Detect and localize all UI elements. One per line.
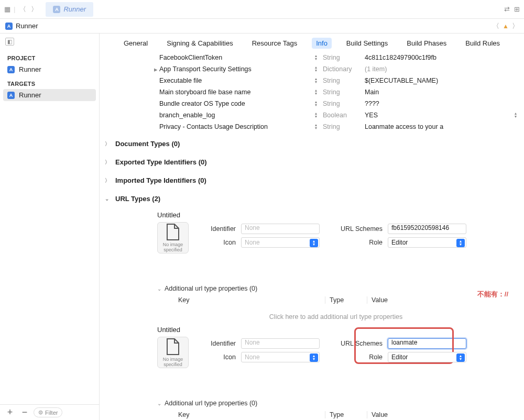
section-exported-identifiers[interactable]: 〉 Exported Type Identifiers (0) <box>100 151 524 169</box>
add-props-hint[interactable]: Click here to add additional url type pr… <box>157 313 515 320</box>
tab-build-phases[interactable]: Build Phases <box>402 38 451 49</box>
plist-row[interactable]: Main storyboard file base name▴▾StringMa… <box>152 86 520 98</box>
col-value: Value <box>367 411 515 418</box>
chevron-down-icon: ⌄ <box>157 286 161 292</box>
icon-select[interactable]: None ▴▾ <box>241 352 320 362</box>
project-item-label: Runner <box>19 65 41 73</box>
identifier-input[interactable]: None <box>241 224 320 234</box>
col-key: Key <box>178 296 325 304</box>
section-document-types[interactable]: 〉 Document Types (0) <box>100 132 524 151</box>
chevron-down-icon: ⌄ <box>105 196 111 202</box>
role-label: Role <box>335 353 383 361</box>
additional-props-toggle[interactable]: ⌄ Additional url type properties (0) <box>157 285 515 292</box>
stepper-icon[interactable]: ▴▾ <box>311 54 321 61</box>
app-icon: A <box>7 92 15 99</box>
chevron-right-icon: 〉 <box>105 140 111 148</box>
sidebar-toggle-icon[interactable]: ◧ <box>5 38 14 46</box>
value-stepper-icon[interactable]: ▴▾ <box>511 112 520 118</box>
chevron-left-icon[interactable]: 〈 <box>493 21 499 31</box>
url-type-card-0: No image specified Identifier None URL S… <box>157 222 515 320</box>
role-select[interactable]: Editor ▴▾ <box>388 237 466 248</box>
target-item-label: Runner <box>19 91 41 99</box>
filter-placeholder: Filter <box>45 410 58 416</box>
role-label: Role <box>335 239 383 246</box>
section-imported-identifiers[interactable]: 〉 Imported Type Identifiers (0) <box>100 169 524 187</box>
plist-key: App Transport Security Settings <box>159 65 311 73</box>
plist-value: 4c811c182497900c1f9fb <box>365 54 520 61</box>
warning-icon[interactable]: ▲ <box>503 23 509 30</box>
icon-label: Icon <box>199 239 236 246</box>
nav-forward-button[interactable]: 〉 <box>30 5 38 14</box>
plist-key: FacebookClientToken <box>159 54 311 61</box>
chevron-right-icon: 〉 <box>105 159 111 166</box>
top-toolbar: ▦ | 〈 〉 A Runner ⇄ ⊞ <box>0 0 524 19</box>
identifier-label: Identifier <box>199 225 236 233</box>
plist-value: (1 item) <box>365 65 520 73</box>
url-type-title: Untitled <box>157 326 515 334</box>
tab-general[interactable]: General <box>119 38 152 49</box>
section-label: URL Types (2) <box>115 195 160 203</box>
plist-row[interactable]: FacebookClientToken▴▾String4c811c1824979… <box>152 52 520 63</box>
role-select-value: Editor <box>391 239 408 246</box>
identifier-label: Identifier <box>199 340 236 347</box>
plist-row[interactable]: Executable file▴▾String$(EXECUTABLE_NAME… <box>152 75 520 86</box>
stepper-icon[interactable]: ▴▾ <box>311 89 321 95</box>
tab-build-rules[interactable]: Build Rules <box>461 38 504 49</box>
icon-select[interactable]: None ▴▾ <box>241 237 320 248</box>
stepper-icon[interactable]: ▴▾ <box>311 124 321 130</box>
annotation-text: 不能有：// <box>477 290 508 299</box>
separator: | <box>14 5 15 13</box>
plist-key: branch_enable_log <box>159 112 311 119</box>
tab-build-settings[interactable]: Build Settings <box>342 38 392 49</box>
additional-props-label: Additional url type properties (0) <box>165 285 257 292</box>
col-type: Type <box>325 296 367 304</box>
app-icon: A <box>5 23 13 30</box>
section-url-types[interactable]: ⌄ URL Types (2) <box>100 187 524 206</box>
plist-row[interactable]: Privacy - Contacts Usage Description▴▾St… <box>152 121 520 132</box>
tab-signing[interactable]: Signing & Capabilities <box>162 38 237 49</box>
plist-type: String <box>323 100 365 107</box>
chevron-down-icon: ⌄ <box>157 401 161 406</box>
plist-row[interactable]: Bundle creator OS Type code▴▾String???? <box>152 98 520 109</box>
remove-target-button[interactable]: − <box>19 407 30 418</box>
section-label: Imported Type Identifiers (0) <box>115 176 206 184</box>
plist-type: Boolean <box>323 112 365 119</box>
image-well[interactable]: No image specified <box>157 337 189 368</box>
role-select[interactable]: Editor ▴▾ <box>388 352 466 362</box>
url-schemes-input[interactable]: loanmate <box>388 338 466 349</box>
plist-table: FacebookClientToken▴▾String4c811c1824979… <box>100 52 524 132</box>
plist-row[interactable]: ▸App Transport Security Settings▴▾Dictio… <box>152 63 520 75</box>
swap-icon[interactable]: ⇄ <box>504 5 510 13</box>
stepper-icon[interactable]: ▴▾ <box>311 78 321 84</box>
targets-header: TARGETS <box>0 75 99 89</box>
tab-info[interactable]: Info <box>312 38 332 49</box>
chevron-right-icon[interactable]: 〉 <box>512 21 519 31</box>
file-icon <box>165 338 181 356</box>
project-item-runner[interactable]: A Runner <box>0 63 99 75</box>
plist-row[interactable]: branch_enable_log▴▾BooleanYES▴▾ <box>152 109 520 121</box>
editor-tab-runner[interactable]: A Runner <box>46 2 93 17</box>
tab-label: Runner <box>63 5 86 13</box>
identifier-input[interactable]: None <box>241 338 320 349</box>
select-caret-icon: ▴▾ <box>310 353 318 362</box>
icon-select-value: None <box>245 353 260 361</box>
tab-resource-tags[interactable]: Resource Tags <box>248 38 301 49</box>
target-item-runner[interactable]: A Runner <box>3 89 96 101</box>
add-target-button[interactable]: + <box>4 407 16 418</box>
stepper-icon[interactable]: ▴▾ <box>311 101 321 107</box>
nav-back-button[interactable]: 〈 <box>18 5 27 14</box>
breadcrumb-label[interactable]: Runner <box>16 22 38 30</box>
add-editor-icon[interactable]: ⊞ <box>514 5 520 13</box>
app-icon: A <box>53 6 60 13</box>
stepper-icon[interactable]: ▴▾ <box>311 66 321 72</box>
section-label: Document Types (0) <box>115 140 180 148</box>
additional-props-toggle[interactable]: ⌄ Additional url type properties (0) <box>157 400 515 407</box>
stepper-icon[interactable]: ▴▾ <box>311 112 321 118</box>
plist-key: Executable file <box>159 77 311 84</box>
filter-input[interactable]: ⊜ Filter <box>34 407 62 417</box>
grid-icon[interactable]: ▦ <box>4 5 10 13</box>
image-well[interactable]: No image specified <box>157 222 189 253</box>
project-sidebar: ◧ PROJECT A Runner TARGETS A Runner + − … <box>0 34 100 420</box>
url-schemes-input[interactable]: fb615952020598146 <box>388 224 466 234</box>
select-caret-icon: ▴▾ <box>456 353 465 362</box>
